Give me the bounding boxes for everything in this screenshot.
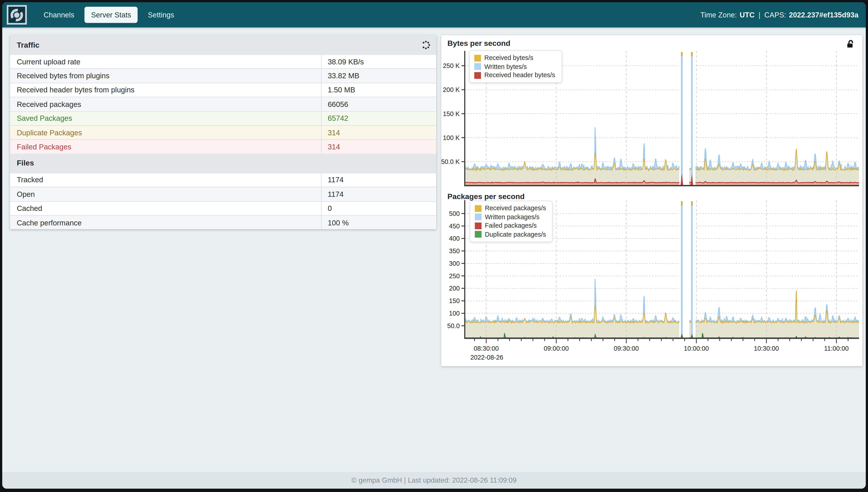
- timezone-label: Time Zone:: [700, 11, 737, 19]
- chart-title: Bytes per second: [448, 39, 510, 48]
- legend-swatch: [475, 205, 482, 212]
- stat-value: 314: [322, 140, 436, 154]
- legend-swatch: [475, 231, 482, 238]
- chart-legend: Received bytes/sWritten bytes/sReceived …: [469, 50, 562, 83]
- stat-label: Open: [10, 188, 322, 201]
- legend-item[interactable]: Received bytes/s: [474, 54, 555, 62]
- legend-swatch: [474, 63, 481, 70]
- svg-text:200 K: 200 K: [443, 86, 460, 93]
- eye-icon: [9, 8, 24, 22]
- legend-item[interactable]: Written packages/s: [475, 213, 546, 221]
- caps-label: CAPS:: [765, 11, 786, 19]
- stat-row: Received bytes from plugins33.82 MB: [10, 69, 436, 82]
- svg-text:250 K: 250 K: [443, 62, 460, 69]
- svg-text:500: 500: [449, 210, 460, 217]
- legend-item[interactable]: Written bytes/s: [474, 63, 555, 70]
- stat-row: Cached0: [10, 201, 436, 215]
- legend-label: Written packages/s: [485, 213, 539, 221]
- stat-row: Saved Packages65742: [10, 111, 436, 125]
- stat-label: Current upload rate: [10, 55, 322, 69]
- svg-text:09:00:00: 09:00:00: [544, 345, 569, 352]
- stat-row: Open1174: [10, 187, 436, 201]
- caps-logo[interactable]: [7, 5, 27, 25]
- svg-text:09:30:00: 09:30:00: [614, 345, 639, 352]
- stat-row: Tracked1174: [10, 173, 436, 187]
- svg-text:200: 200: [449, 285, 460, 292]
- legend-label: Received packages/s: [485, 205, 546, 212]
- stat-row: Failed Packages314: [10, 139, 436, 153]
- app-window: ChannelsServer StatsSettings Time Zone: …: [0, 0, 868, 492]
- legend-label: Received bytes/s: [484, 54, 533, 62]
- stat-value: 1174: [322, 173, 436, 187]
- svg-text:400: 400: [449, 235, 460, 242]
- stat-label: Received bytes from plugins: [10, 69, 322, 82]
- stat-value: 1.50 MB: [322, 83, 436, 97]
- stats-sections: TrafficCurrent upload rate38.09 KB/sRece…: [10, 35, 436, 229]
- svg-text:10:30:00: 10:30:00: [754, 345, 779, 352]
- chart-legend: Received packages/sWritten packages/sFai…: [470, 201, 553, 242]
- svg-text:10:00:00: 10:00:00: [684, 345, 709, 352]
- stat-row: Current upload rate38.09 KB/s: [10, 54, 436, 69]
- svg-text:11:00:00: 11:00:00: [824, 345, 849, 352]
- svg-text:100: 100: [449, 310, 460, 317]
- stat-value: 65742: [322, 112, 436, 125]
- navbar-status: Time Zone: UTC | CAPS: 2022.237#ef135d93…: [700, 2, 859, 27]
- svg-text:150 K: 150 K: [443, 110, 460, 117]
- tab-channels[interactable]: Channels: [37, 7, 81, 23]
- stat-value: 1174: [322, 188, 436, 201]
- stats-card: TrafficCurrent upload rate38.09 KB/sRece…: [10, 35, 436, 229]
- stat-label: Received header bytes from plugins: [10, 83, 322, 97]
- legend-swatch: [474, 54, 481, 61]
- svg-text:450: 450: [449, 223, 460, 230]
- stat-label: Cache performance: [10, 216, 322, 229]
- navbar: ChannelsServer StatsSettings Time Zone: …: [2, 2, 866, 27]
- stat-value: 66056: [322, 97, 436, 111]
- legend-item[interactable]: Duplicate packages/s: [475, 230, 546, 238]
- svg-text:08:30:00: 08:30:00: [474, 345, 499, 352]
- footer: © gempa GmbH | Last updated: 2022-08-26 …: [2, 472, 866, 489]
- stat-value: 33.82 MB: [322, 69, 436, 82]
- tab-settings[interactable]: Settings: [141, 7, 181, 23]
- legend-item[interactable]: Received header bytes/s: [474, 72, 555, 79]
- svg-text:350: 350: [449, 247, 460, 254]
- legend-label: Duplicate packages/s: [485, 230, 546, 238]
- legend-label: Received header bytes/s: [484, 72, 555, 79]
- section-title: Traffic: [17, 41, 39, 49]
- stat-label: Failed Packages: [10, 140, 322, 154]
- svg-text:50.0: 50.0: [447, 322, 460, 329]
- stat-label: Duplicate Packages: [10, 126, 322, 139]
- legend-item[interactable]: Received packages/s: [475, 205, 546, 212]
- stat-label: Saved Packages: [10, 112, 322, 125]
- spinner-dots: [425, 44, 427, 46]
- stat-value: 0: [322, 201, 436, 215]
- nav-tabs: ChannelsServer StatsSettings: [37, 2, 181, 27]
- stat-value: 314: [322, 126, 436, 139]
- tab-server-stats[interactable]: Server Stats: [85, 7, 138, 23]
- stat-value: 100 %: [322, 216, 436, 229]
- legend-label: Failed packages/s: [485, 222, 537, 229]
- legend-item[interactable]: Failed packages/s: [475, 222, 546, 229]
- svg-text:250: 250: [449, 272, 460, 279]
- svg-text:2022-08-26: 2022-08-26: [471, 354, 503, 361]
- caps-logo-inner: [8, 7, 25, 23]
- svg-text:100 K: 100 K: [443, 134, 460, 141]
- stat-row: Received packages66056: [10, 97, 436, 111]
- section-header: Files: [10, 154, 436, 173]
- section-header: Traffic: [10, 35, 436, 54]
- section-title: Files: [17, 159, 34, 168]
- stat-row: Duplicate Packages314: [10, 125, 436, 139]
- stat-label: Tracked: [10, 173, 322, 187]
- footer-text: © gempa GmbH | Last updated: 2022-08-26 …: [352, 476, 516, 484]
- legend-swatch: [475, 214, 482, 220]
- legend-swatch: [475, 222, 482, 229]
- stat-label: Received packages: [10, 97, 322, 111]
- svg-text:300: 300: [449, 260, 460, 267]
- timezone-value: UTC: [740, 11, 754, 19]
- unlock-icon[interactable]: [846, 40, 855, 49]
- charts-card: 50.0 K100 K150 K200 K250 K50.01001502002…: [441, 35, 863, 366]
- chart-title: Packages per second: [448, 192, 525, 201]
- svg-text:50.0 K: 50.0 K: [441, 158, 460, 165]
- page: ChannelsServer StatsSettings Time Zone: …: [2, 2, 866, 489]
- separator: |: [757, 11, 762, 19]
- stat-row: Received header bytes from plugins1.50 M…: [10, 82, 436, 97]
